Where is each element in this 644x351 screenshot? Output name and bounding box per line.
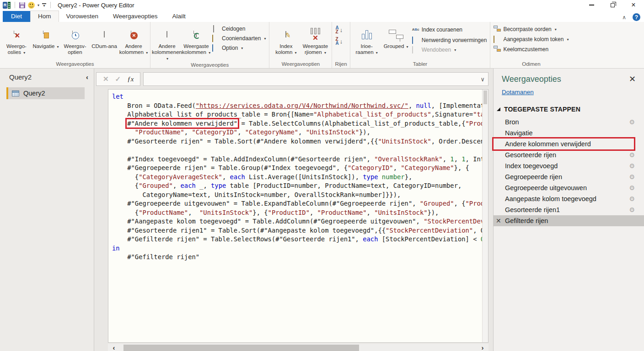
ribbon-button-grouped[interactable]: Grouped ▾ bbox=[381, 23, 411, 61]
file-box-icon bbox=[45, 32, 46, 37]
ribbon-button-andere-kolommenen[interactable]: Andere kolommenen ▾ bbox=[152, 23, 182, 62]
ribbon-button-index-couraenen[interactable]: ABcIndex couraenen bbox=[411, 25, 488, 34]
delete-step-icon[interactable]: ✕ bbox=[496, 217, 501, 224]
ribbon-group-label: Tabler bbox=[352, 61, 488, 68]
ribbon-button-label: Wendobeen bbox=[422, 47, 451, 53]
close-panel-icon[interactable]: ✕ bbox=[629, 74, 636, 84]
help-icon[interactable]: ? bbox=[633, 13, 640, 21]
query-list-item[interactable]: Query2 bbox=[6, 87, 85, 99]
tab-view[interactable]: Alailt bbox=[165, 11, 193, 22]
divider bbox=[50, 2, 51, 8]
collapse-section-icon[interactable] bbox=[497, 107, 500, 111]
columns-remove-icon: ✕ bbox=[309, 28, 321, 41]
pivot-small-icon bbox=[412, 47, 419, 53]
applied-step-aangepaste-kolom-toegevoegd[interactable]: Aangepaste kolom toegevoegd⚙ bbox=[494, 193, 641, 204]
code-pane[interactable]: let Bron = OData.Feed("https://services.… bbox=[108, 90, 482, 342]
applied-step-gesorteerde-rijen[interactable]: Gesorteerde rijen⚙ bbox=[494, 149, 641, 160]
file-error-icon: ✕ bbox=[133, 32, 134, 37]
applied-step-gefilterde-rijen[interactable]: ✕Gefilterde rijen bbox=[494, 215, 644, 226]
sort-descending-icon: ZA↓ bbox=[335, 37, 343, 45]
ribbon-button-sort-descending-icon[interactable]: ZA↓ bbox=[334, 37, 344, 46]
applied-step-index-toegevoegd[interactable]: Index toegevoegd⚙ bbox=[494, 160, 641, 171]
ribbon-group-label: Weergaveopties bbox=[152, 62, 267, 69]
tab-file[interactable]: Diet bbox=[3, 11, 30, 22]
ribbon-button-aangepaste-kolom-token[interactable]: Aangepaste kolom token▾ bbox=[492, 36, 570, 43]
gear-icon[interactable]: ⚙ bbox=[629, 162, 635, 170]
horizontal-scrollbar[interactable]: ‹ › bbox=[108, 344, 488, 351]
close-button[interactable]: × bbox=[623, 0, 644, 10]
vertical-scrollbar-thumb[interactable] bbox=[483, 90, 487, 104]
code-line: {"ProductName", "UnitsInStock"}, {"Produ… bbox=[112, 208, 482, 218]
ribbon-button-weergaste-kolommen[interactable]: Weergaste kolommen ▾ bbox=[182, 23, 211, 62]
gear-icon[interactable]: ⚙ bbox=[629, 118, 635, 126]
vertical-scrollbar[interactable] bbox=[482, 90, 488, 342]
ribbon-group-rijen-3: AZ↓ZA↓Rijen bbox=[332, 22, 349, 68]
collapse-ribbon-icon[interactable]: ∧ bbox=[622, 14, 626, 21]
gear-icon[interactable]: ⚙ bbox=[629, 206, 635, 213]
ribbon-button-sort-ascending-icon[interactable]: AZ↓ bbox=[334, 25, 344, 34]
horizontal-scrollbar-thumb[interactable] bbox=[123, 345, 359, 351]
dropdown-caret-icon: ▾ bbox=[241, 46, 243, 50]
ribbon-button-irioe-raamen[interactable]: Irioe-raamen ▾ bbox=[352, 23, 381, 61]
restore-button[interactable] bbox=[602, 0, 623, 10]
merge-small-icon bbox=[494, 26, 501, 33]
applied-step-gegroepeerde-uitgevouwen[interactable]: Gegroepeerde uitgevouwen⚙ bbox=[494, 182, 641, 193]
ribbon-button-weergaste-rjiomen[interactable]: ✕Weergaste rjiomen ▾ bbox=[301, 23, 330, 61]
applied-step-andere-kolommen-verwijderd[interactable]: Andere kolommen verwijderd bbox=[494, 138, 634, 149]
ribbon-button-keelomczustemen[interactable]: Keelomczustemen bbox=[492, 45, 570, 53]
code-line: #"Gefilterde rijen" = Table.SelectRows(#… bbox=[112, 235, 482, 244]
applied-step-gesorteerde-rijen1[interactable]: Gesorteerde rijen1⚙ bbox=[494, 204, 641, 215]
ribbon-button-option[interactable]: Option▾ bbox=[211, 44, 267, 52]
tab-add-column[interactable]: Weergaveopties bbox=[106, 11, 165, 22]
applied-step-gegroepeerde-rijen[interactable]: Gegroepeerde rijen⚙ bbox=[494, 171, 641, 182]
ribbon-button-andere-kolommen[interactable]: ✕Andere kolommen ▾ bbox=[119, 23, 148, 61]
dropdown-caret-icon: ▾ bbox=[407, 45, 408, 49]
convert-small-icon bbox=[412, 37, 419, 43]
smiley-menu-caret-icon[interactable]: ▾ bbox=[38, 3, 39, 7]
ribbon-button-label: Weergaste kolommen ▾ bbox=[182, 43, 211, 56]
feedback-smiley-icon[interactable] bbox=[28, 2, 35, 9]
fx-icon: ƒx bbox=[127, 75, 134, 83]
ribbon-button-cdum-ana[interactable]: CDum-ana bbox=[90, 23, 119, 61]
scroll-left-icon[interactable]: ‹ bbox=[108, 344, 120, 351]
ribbon-group-label: Odimen bbox=[492, 61, 570, 68]
advanced-editor[interactable]: let Bron = OData.Feed("https://services.… bbox=[108, 89, 488, 343]
confirm-formula-icon[interactable]: ✓ bbox=[115, 75, 121, 83]
gear-icon[interactable]: ⚙ bbox=[629, 195, 635, 202]
ribbon-button-cooniendaarten[interactable]: Cooniendaarten▾ bbox=[211, 35, 267, 42]
ribbon-button-label: Grouped ▾ bbox=[384, 43, 408, 50]
ribbon-button-ceidogen[interactable]: Ceidogen bbox=[211, 25, 267, 32]
dropdown-caret-icon: ▾ bbox=[567, 37, 569, 42]
gear-icon[interactable]: ⚙ bbox=[629, 151, 635, 159]
ribbon-button-label: Index couraenen bbox=[422, 27, 462, 33]
code-line: #"Gegroepeerde uitgevouwen" = Table.Expa… bbox=[112, 199, 482, 208]
gear-icon[interactable]: ⚙ bbox=[629, 173, 635, 181]
ribbon-button-weergsv-optien[interactable]: Weergsv-optien bbox=[60, 23, 90, 61]
customize-toolbar-icon[interactable]: ▾ bbox=[42, 3, 46, 6]
chart-icon bbox=[361, 29, 373, 39]
save-icon[interactable] bbox=[19, 2, 25, 8]
scroll-right-icon[interactable]: › bbox=[477, 344, 488, 351]
dropdown-caret-icon: ▾ bbox=[166, 57, 168, 61]
formula-dropdown-icon[interactable]: ∨ bbox=[481, 76, 484, 83]
code-line: #"Gegroepeerde rijen" = Table.Group(#"In… bbox=[112, 164, 482, 173]
file-remove-icon: ✕ bbox=[16, 32, 17, 37]
ribbon-button-becorrpaste-oorden[interactable]: Becorrpaste oorden▾ bbox=[492, 25, 570, 33]
applied-step-navigatie[interactable]: Navigatie bbox=[494, 128, 641, 138]
properties-link[interactable]: Dotamanen bbox=[502, 89, 534, 96]
minimize-button[interactable] bbox=[581, 0, 602, 10]
ribbon-button-nenwerding-vorwermingen[interactable]: Nenwerding vorwermingen bbox=[411, 37, 488, 44]
panel-title: Weergaveopties bbox=[502, 74, 561, 84]
applied-step-bron[interactable]: Bron⚙ bbox=[494, 117, 641, 128]
ribbon-button-navigatie[interactable]: Navigatie ▾ bbox=[31, 23, 60, 61]
tab-home[interactable]: Hom bbox=[30, 11, 59, 22]
cancel-formula-icon[interactable]: ✕ bbox=[103, 75, 109, 83]
gear-icon[interactable]: ⚙ bbox=[629, 184, 635, 191]
tab-transform[interactable]: Vorowesten bbox=[59, 11, 106, 22]
ribbon-button-index-kolomn[interactable]: ✎Index kolomn ▾ bbox=[271, 23, 301, 61]
formula-input[interactable]: ∨ bbox=[143, 72, 488, 86]
invoke-small-icon bbox=[494, 46, 501, 53]
collapse-sidebar-icon[interactable]: ‹ bbox=[86, 73, 88, 81]
code-line: {"CategoryAverageSteck", each List.Avera… bbox=[112, 173, 482, 182]
ribbon-button-weergo-oslies[interactable]: ✕Weergo-oslies ▾ bbox=[2, 23, 31, 61]
